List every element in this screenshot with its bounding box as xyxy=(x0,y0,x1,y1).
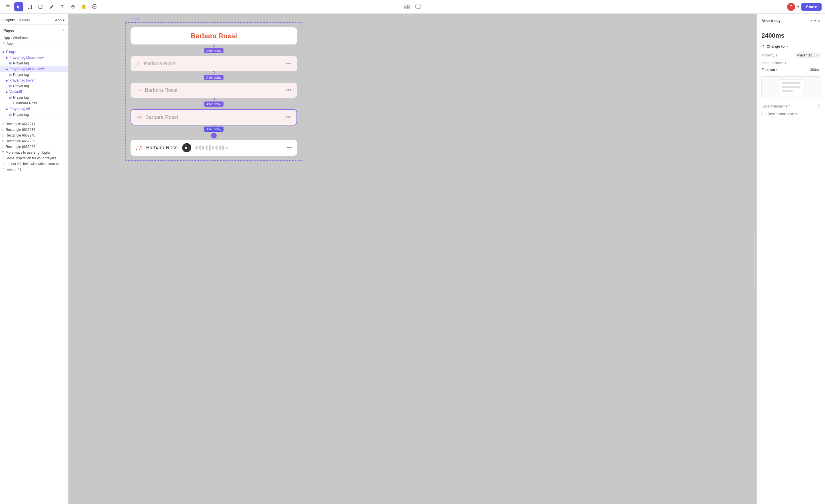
tab-layers[interactable]: Layers xyxy=(3,16,15,24)
preview-card xyxy=(779,79,803,96)
layer-text1[interactable]: T More ways to use BrightLight xyxy=(0,150,68,155)
smart-animate-chevron[interactable]: ▾ xyxy=(785,62,786,64)
double-check-icon-2: ✓✓ xyxy=(137,115,142,120)
svg-rect-12 xyxy=(407,5,409,7)
after-delay-badge-4: After delay xyxy=(204,127,224,132)
select-tool[interactable] xyxy=(14,2,23,11)
layer-ptags[interactable]: ◆ P tags xyxy=(0,49,68,55)
frame-tool[interactable] xyxy=(25,2,34,11)
toolbar-right: T ▾ Share xyxy=(787,3,822,11)
close-interaction-button[interactable]: × xyxy=(818,18,820,23)
diamond-icon: ◆ xyxy=(2,51,5,54)
property1-label: Property 1 xyxy=(761,53,777,57)
layer-rect3[interactable]: □ Rectangle 6667240 xyxy=(0,133,68,138)
tab-assets[interactable]: Assets xyxy=(19,16,30,24)
layer-prayer-hover[interactable]: ◆ Prayer tag hover xyxy=(0,78,68,83)
pen-tool[interactable] xyxy=(47,2,56,11)
add-transition-button[interactable]: + xyxy=(211,133,217,139)
ptags-label: P tags xyxy=(126,17,139,21)
hand-tool[interactable]: ✋ xyxy=(79,2,88,11)
diamond-icon: ◆ xyxy=(6,79,8,82)
info-icon[interactable]: ⓘ xyxy=(817,104,820,109)
svg-rect-15 xyxy=(416,5,421,8)
card-name-2: Barbara Rossi xyxy=(144,61,176,67)
after-delay-badge-1: After delay xyxy=(204,48,224,53)
text-icon: T xyxy=(12,101,14,105)
page-app[interactable]: ✓ App xyxy=(0,41,68,47)
layer-prayer-mouse1[interactable]: ◆ Prayer tag Mouse down xyxy=(0,55,68,60)
waveform xyxy=(195,144,284,151)
layer-prayer-tag4[interactable]: ⊞ Prayer tag xyxy=(0,95,68,100)
after-delay-badge-2: After delay xyxy=(204,75,224,80)
svg-rect-0 xyxy=(6,5,10,6)
left-panel: Layers Assets App ▾ Pages + App - Wirefr… xyxy=(0,14,68,504)
reset-scroll-checkbox[interactable] xyxy=(761,112,765,116)
state-management-row: State management ⓘ xyxy=(761,104,820,109)
comment-tool[interactable]: 💬 xyxy=(90,2,99,11)
layer-rect1[interactable]: □ Rectangle 6667241 xyxy=(0,121,68,127)
card-dots-3[interactable]: ••• xyxy=(286,87,291,93)
change-to-chevron[interactable]: ▾ xyxy=(786,45,788,48)
app-dropdown[interactable]: App ▾ xyxy=(55,18,65,22)
card-dots-4[interactable]: ••• xyxy=(285,114,291,120)
card-audio[interactable]: ♩♬ Barbara Rossi ▶ xyxy=(131,140,297,156)
account-chevron[interactable]: ▾ xyxy=(797,5,799,9)
preview-line-3 xyxy=(782,90,793,92)
card-check3[interactable]: ✓✓ Barbara Rossi ••• xyxy=(131,109,297,126)
card-check1[interactable]: ✓ Barbara Rossi ••• xyxy=(131,56,297,71)
multiplay-icon[interactable] xyxy=(402,2,411,11)
layer-prayer-tag3[interactable]: ⊞ Prayer tag xyxy=(0,83,68,89)
rect-icon: □ xyxy=(2,122,4,126)
smart-animate-label: Smart animate xyxy=(761,61,784,65)
svg-rect-11 xyxy=(404,5,406,7)
add-interaction-button[interactable]: + xyxy=(813,18,818,24)
present-icon[interactable] xyxy=(414,2,423,11)
layer-rect5[interactable]: □ Rectangle 6667233 xyxy=(0,144,68,150)
add-page-button[interactable]: + xyxy=(62,27,65,33)
shape-tool[interactable] xyxy=(36,2,45,11)
layer-rect4[interactable]: □ Rectangle 6667239 xyxy=(0,138,68,144)
avatar[interactable]: T xyxy=(787,3,795,11)
svg-rect-8 xyxy=(31,5,32,9)
card-dots-2[interactable]: ••• xyxy=(286,61,291,67)
text-tool[interactable]: T xyxy=(58,2,67,11)
audio-dots[interactable]: ••• xyxy=(287,145,293,151)
layer-vector1[interactable]: ⌒ Vector 21 xyxy=(0,167,68,173)
text-icon: T xyxy=(2,162,4,166)
share-button[interactable]: Share xyxy=(801,3,822,11)
card-title[interactable]: Barbara Rossi xyxy=(131,27,297,45)
menu-icon[interactable] xyxy=(3,2,12,11)
layer-prayer-mouse2[interactable]: ◆ Prayer tag Mouse down xyxy=(0,66,68,72)
smart-animate-row: Smart animate ▾ xyxy=(761,61,820,65)
pages-section: Pages + xyxy=(0,24,68,35)
audio-icon: ♩♬ xyxy=(135,144,143,151)
canvas-scrollbar[interactable] xyxy=(754,230,755,287)
svg-rect-9 xyxy=(39,5,42,9)
property1-value[interactable]: Prayer tag ... ▾ xyxy=(795,53,820,58)
change-to-label[interactable]: Change to xyxy=(766,44,785,49)
reset-scroll-row: Reset scroll position xyxy=(761,112,820,116)
preview-line-1 xyxy=(782,82,801,84)
frame-icon: ⊞ xyxy=(9,73,12,77)
layer-barbara-rossi[interactable]: T Barbara Rossi xyxy=(0,100,68,106)
ease-time: 300ms xyxy=(810,68,820,72)
ease-out-selector[interactable]: Ease out ▾ xyxy=(761,68,777,72)
layer-prayer-off[interactable]: ◆ Prayer tag off xyxy=(0,106,68,112)
panel-tabs: Layers Assets App ▾ xyxy=(0,14,68,24)
layer-prayer-tag5[interactable]: ⊞ Prayer tag xyxy=(0,112,68,118)
layer-rect2[interactable]: □ Rectangle 6667236 xyxy=(0,127,68,133)
layer-variant5[interactable]: ◆ Variant5 xyxy=(0,89,68,95)
interaction-content: 2400ms ⟳ Change to ▾ Property 1 Prayer t… xyxy=(757,28,825,120)
animation-preview xyxy=(761,76,820,99)
page-wireframe[interactable]: App - Wireframe xyxy=(0,35,68,41)
card-check2[interactable]: ✓✓ Barbara Rossi ••• xyxy=(131,83,297,98)
layer-text3[interactable]: T Let our A.I. help with writing your w.… xyxy=(0,161,68,167)
play-button[interactable]: ▶ xyxy=(182,143,191,152)
layer-text2[interactable]: T Some inspiration for your prayers xyxy=(0,155,68,161)
card-name-3: Barbara Rossi xyxy=(145,87,177,93)
layer-prayer-tag2[interactable]: ⊞ Prayer tag xyxy=(0,72,68,78)
component-tool[interactable] xyxy=(68,2,78,11)
diamond-icon: ◆ xyxy=(6,90,8,93)
svg-rect-7 xyxy=(28,5,28,9)
layer-prayer-tag1[interactable]: ⊞ Prayer tag xyxy=(0,60,68,66)
